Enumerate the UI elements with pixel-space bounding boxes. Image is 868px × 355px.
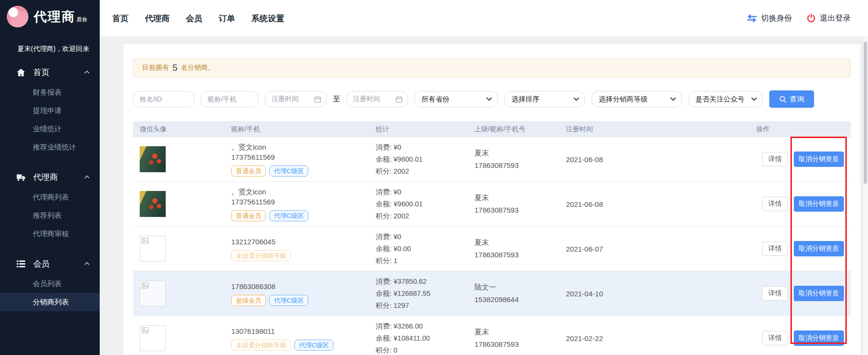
broken-image-icon bbox=[142, 327, 149, 333]
reg-time-start-placeholder: 注册时间 bbox=[272, 95, 299, 103]
member-phone: 17375611569 bbox=[231, 152, 376, 162]
distributor-count: 5 bbox=[172, 63, 178, 73]
sidebar-item-financial-reports[interactable]: 财务报表 bbox=[0, 83, 100, 101]
cancel-distribution-button[interactable]: 取消分销资质 bbox=[794, 330, 844, 346]
stats-line: 余额: ¥9600.01 bbox=[376, 198, 474, 210]
stats-cell: 消费: ¥0余额: ¥0.00积分: 1 bbox=[376, 231, 474, 267]
member-phone: 13212706045 bbox=[231, 237, 376, 247]
sidebar-item-referral-list[interactable]: 推荐列表 bbox=[0, 206, 100, 225]
top-nav-right: 切换身份 退出登录 bbox=[747, 13, 857, 24]
sidebar-item-member-list[interactable]: 会员列表 bbox=[0, 275, 100, 293]
sidebar-section-members[interactable]: 会员 bbox=[0, 253, 100, 275]
cancel-distribution-button[interactable]: 取消分销资质 bbox=[794, 286, 844, 301]
sidebar-item-distributor-list[interactable]: 分销商列表 bbox=[0, 293, 100, 311]
table-row: 13076198011未设置分销商等级代理C级区消费: ¥3266.00余额: … bbox=[133, 316, 851, 355]
reg-date-cell: 2021-02-22 bbox=[566, 334, 756, 342]
sidebar-item-agent-review[interactable]: 代理商审核 bbox=[0, 225, 100, 243]
detail-button[interactable]: 详情 bbox=[762, 286, 788, 301]
chevron-down-icon bbox=[574, 97, 579, 101]
cancel-distribution-button[interactable]: 取消分销资质 bbox=[794, 196, 844, 212]
switch-identity-button[interactable]: 切换身份 bbox=[747, 13, 792, 24]
avatar-placeholder bbox=[140, 236, 166, 262]
broken-image-icon bbox=[142, 282, 149, 289]
cancel-distribution-button[interactable]: 取消分销资质 bbox=[794, 241, 844, 256]
nav-item-agents[interactable]: 代理商 bbox=[145, 13, 170, 24]
header-stats: 统计 bbox=[376, 125, 474, 134]
chevron-up-icon[interactable] bbox=[84, 261, 90, 267]
nav-item-system-settings[interactable]: 系统设置 bbox=[251, 13, 284, 24]
detail-button[interactable]: 详情 bbox=[762, 197, 788, 211]
level-badge: 未设置分销商等级 bbox=[231, 250, 291, 261]
brand-avatar bbox=[7, 6, 28, 27]
actions-cell: 详情取消分销资质 bbox=[756, 286, 844, 301]
stats-line: 消费: ¥0 bbox=[376, 186, 474, 198]
level-badge: 代理C级区 bbox=[269, 165, 308, 177]
table-header: 微信头像 昵称/手机 统计 上级/昵称/手机号 注册时间 操作 bbox=[133, 121, 851, 137]
stats-cell: 消费: ¥0余额: ¥9600.01积分: 2002 bbox=[376, 141, 474, 178]
stats-line: 消费: ¥37850.62 bbox=[376, 276, 474, 288]
header-reg-time: 注册时间 bbox=[566, 125, 756, 134]
stats-line: 消费: ¥3266.00 bbox=[376, 320, 474, 332]
nick-phone-cell: 。贤文icon17375611569普通会员代理C级区 bbox=[231, 142, 376, 177]
stats-line: 消费: ¥0 bbox=[376, 231, 474, 243]
province-select-value: 所有省份 bbox=[421, 95, 449, 104]
table-row: 13212706045未设置分销商等级消费: ¥0余额: ¥0.00积分: 1夏… bbox=[133, 227, 851, 271]
sidebar-section-agents-label: 代理商 bbox=[33, 172, 58, 183]
parent-phone: 17863087593 bbox=[474, 338, 566, 351]
level-badge: 普通会员 bbox=[231, 210, 266, 221]
chevron-up-icon[interactable] bbox=[84, 174, 90, 180]
stats-line: 积分: 2002 bbox=[376, 165, 474, 178]
nav-item-orders[interactable]: 订单 bbox=[219, 13, 235, 24]
reg-time-end-placeholder: 注册时间 bbox=[353, 95, 380, 103]
nick-phone-input[interactable] bbox=[201, 91, 259, 107]
sidebar-item-performance-stats[interactable]: 业绩统计 bbox=[0, 120, 100, 138]
scrollbar-thumb[interactable] bbox=[864, 42, 867, 184]
sidebar-section-agents[interactable]: 代理商 bbox=[0, 166, 100, 188]
nav-item-members[interactable]: 会员 bbox=[186, 13, 202, 24]
brand-title-main: 代理商 bbox=[34, 10, 76, 24]
chevron-down-icon bbox=[487, 97, 492, 101]
sidebar-logo: 代理商后台 bbox=[0, 0, 100, 32]
sidebar-section-home-label: 首页 bbox=[33, 67, 50, 78]
reg-time-end-input[interactable]: 注册时间 bbox=[346, 91, 408, 107]
top-navbar: 首页 代理商 会员 订单 系统设置 切换身份 退出登录 bbox=[100, 0, 868, 37]
distributor-level-select[interactable]: 选择分销商等级 bbox=[592, 91, 682, 107]
sort-select-value: 选择排序 bbox=[512, 95, 539, 104]
nick-phone-cell: 13212706045未设置分销商等级 bbox=[231, 237, 376, 261]
reg-time-start-input[interactable]: 注册时间 bbox=[265, 91, 327, 107]
level-badge: 未设置分销商等级 bbox=[231, 340, 291, 351]
sidebar-item-agent-list[interactable]: 代理商列表 bbox=[0, 188, 100, 206]
stats-line: 积分: 1 bbox=[376, 255, 474, 267]
follow-official-account-select[interactable]: 是否关注公众号 bbox=[688, 91, 763, 107]
table-row: 17863086308超级会员代理C级区消费: ¥37850.62余额: ¥12… bbox=[133, 271, 851, 316]
stats-line: 消费: ¥0 bbox=[376, 141, 474, 153]
actions-cell: 详情取消分销资质 bbox=[756, 330, 844, 346]
actions-cell: 详情取消分销资质 bbox=[756, 196, 844, 212]
detail-button[interactable]: 详情 bbox=[762, 331, 788, 345]
nav-item-home[interactable]: 首页 bbox=[112, 13, 129, 24]
distributor-table: 微信头像 昵称/手机 统计 上级/昵称/手机号 注册时间 操作 。贤文icon1… bbox=[133, 121, 851, 355]
avatar-placeholder bbox=[140, 280, 166, 306]
detail-button[interactable]: 详情 bbox=[762, 152, 788, 166]
sidebar-group-agents: 代理商 代理商列表 推荐列表 代理商审核 bbox=[0, 166, 100, 243]
cancel-distribution-button[interactable]: 取消分销资质 bbox=[794, 152, 844, 167]
sidebar-group-members: 会员 会员列表 分销商列表 bbox=[0, 253, 100, 311]
sidebar-item-withdrawal-requests[interactable]: 提现申请 bbox=[0, 101, 100, 120]
name-id-input[interactable] bbox=[133, 91, 195, 107]
scrollbar[interactable] bbox=[862, 37, 868, 355]
broken-image-icon bbox=[142, 238, 149, 244]
parent-phone: 17863087593 bbox=[474, 249, 566, 261]
list-icon bbox=[16, 259, 26, 269]
brand-title-suffix: 后台 bbox=[77, 16, 87, 22]
avatar-placeholder bbox=[140, 325, 166, 351]
chevron-up-icon[interactable] bbox=[84, 69, 90, 76]
logout-button[interactable]: 退出登录 bbox=[806, 13, 851, 24]
sidebar-item-referral-performance-stats[interactable]: 推荐业绩统计 bbox=[0, 138, 100, 156]
detail-button[interactable]: 详情 bbox=[762, 241, 788, 256]
sidebar-section-home[interactable]: 首页 bbox=[0, 61, 100, 83]
level-badge: 普通会员 bbox=[231, 165, 266, 177]
sort-select[interactable]: 选择排序 bbox=[504, 91, 585, 107]
province-select[interactable]: 所有省份 bbox=[414, 91, 498, 107]
brand-title: 代理商后台 bbox=[34, 8, 87, 25]
search-button[interactable]: 查询 bbox=[769, 90, 814, 108]
